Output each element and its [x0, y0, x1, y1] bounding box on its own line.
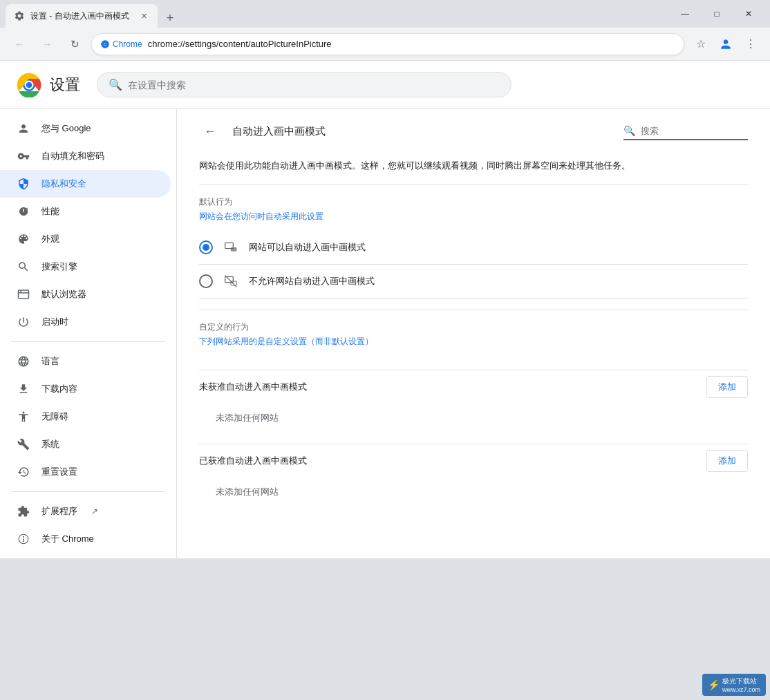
sidebar-item-extensions[interactable]: 扩展程序 ↗ [0, 498, 171, 525]
gauge-icon [17, 205, 30, 218]
radio-allow-button[interactable] [199, 240, 213, 254]
maximize-button[interactable]: □ [701, 3, 733, 25]
pip-block-icon [224, 274, 238, 288]
settings-search: 🔍 [97, 72, 511, 97]
history-icon [17, 465, 30, 479]
wrench-icon [17, 437, 30, 451]
radio-allow-label: 网站可以自动进入画中画模式 [249, 241, 366, 254]
search-engine-icon [17, 260, 30, 274]
allowed-empty: 未添加任何网站 [199, 477, 748, 507]
globe-icon [17, 354, 30, 368]
forward-button[interactable]: → [36, 33, 58, 55]
sidebar-item-reset[interactable]: 重置设置 [0, 458, 171, 486]
allowed-header: 已获准自动进入画中画模式 添加 [199, 450, 748, 472]
minimize-button[interactable]: — [669, 3, 701, 25]
person-icon [17, 122, 30, 135]
watermark: ⚡ 极光下载站 www.xz7.com [702, 674, 766, 696]
key-icon [17, 149, 30, 163]
url-text: chrome://settings/content/autoPictureInP… [148, 39, 332, 49]
sidebar-item-privacy[interactable]: 隐私和安全 [0, 170, 171, 198]
sidebar-item-autofill[interactable]: 自动填充和密码 [0, 142, 171, 170]
sidebar-item-startup[interactable]: 启动时 [0, 308, 171, 336]
radio-block-label: 不允许网站自动进入画中画模式 [249, 275, 375, 287]
sidebar-separator-2 [11, 491, 165, 492]
add-allowed-button[interactable]: 添加 [706, 450, 748, 472]
back-to-privacy-button[interactable]: ← [199, 120, 221, 142]
pip-allow-icon [224, 240, 238, 254]
chrome-label: Chrome [113, 39, 142, 49]
sidebar-item-performance[interactable]: 性能 [0, 198, 171, 225]
sidebar-item-default-browser[interactable]: 默认浏览器 [0, 281, 171, 308]
allowed-section: 已获准自动进入画中画模式 添加 未添加任何网站 [177, 444, 770, 518]
sidebar-label: 启动时 [41, 316, 68, 328]
bookmark-button[interactable]: ☆ [690, 33, 712, 55]
svg-rect-11 [23, 538, 24, 542]
page-search: 🔍 [623, 122, 748, 140]
main-panel: ← 自动进入画中画模式 🔍 网站会使用此功能自动进入画中画模式。这样，您就可以继… [177, 109, 770, 558]
sidebar-item-search-engine[interactable]: 搜索引擎 [0, 253, 171, 281]
settings-search-input[interactable] [128, 79, 500, 91]
lock-icon: C [100, 39, 110, 49]
address-bar: ← → ↻ C Chrome chrome://settings/content… [0, 28, 770, 61]
sidebar-item-accessibility[interactable]: 无障碍 [0, 403, 171, 431]
custom-behavior-section: 自定义的行为 下列网站采用的是自定义设置（而非默认设置） [177, 310, 770, 370]
sidebar-label: 下载内容 [41, 383, 77, 395]
settings-wrapper: 设置 🔍 您与 Google [0, 61, 770, 558]
add-not-allowed-button[interactable]: 添加 [706, 376, 748, 398]
sidebar-label: 无障碍 [41, 410, 68, 423]
allowed-title: 已获准自动进入画中画模式 [199, 455, 307, 467]
page-header: ← 自动进入画中画模式 🔍 [177, 109, 770, 153]
sidebar-item-language[interactable]: 语言 [0, 348, 171, 375]
default-behavior-section: 默认行为 网站会在您访问时自动采用此设置 网站可以自动进入画中画模式 [177, 185, 770, 310]
default-behavior-title: 默认行为 [199, 196, 748, 208]
sidebar-item-system[interactable]: 系统 [0, 431, 171, 458]
tab-title: 设置 - 自动进入画中画模式 [30, 10, 133, 22]
sidebar-label: 性能 [41, 205, 59, 218]
active-tab[interactable]: 设置 - 自动进入画中画模式 ✕ [6, 4, 158, 28]
page-search-wrap: 🔍 [623, 122, 748, 140]
not-allowed-header: 未获准自动进入画中画模式 添加 [199, 376, 748, 398]
profile-button[interactable] [715, 33, 737, 55]
url-bar[interactable]: C Chrome chrome://settings/content/autoP… [91, 33, 684, 55]
settings-logo: 设置 [17, 73, 80, 97]
sidebar-separator [11, 341, 165, 342]
back-button[interactable]: ← [8, 33, 30, 55]
svg-text:C: C [104, 42, 106, 46]
close-button[interactable]: ✕ [733, 3, 764, 25]
tab-close-button[interactable]: ✕ [138, 10, 149, 21]
new-tab-button[interactable]: + [160, 8, 180, 28]
description-text: 网站会使用此功能自动进入画中画模式。这样，您就可以继续观看视频，同时腾出屏幕空间… [177, 153, 770, 185]
sidebar-label: 系统 [41, 438, 59, 451]
settings-title: 设置 [50, 75, 80, 95]
sidebar-label: 语言 [41, 355, 59, 368]
external-link-icon: ↗ [91, 507, 98, 516]
power-icon [17, 315, 30, 329]
watermark-icon: ⚡ [708, 679, 720, 690]
window-controls: — □ ✕ [669, 3, 764, 28]
tab-icon [14, 10, 25, 21]
svg-point-10 [23, 536, 24, 538]
default-behavior-subtitle: 网站会在您访问时自动采用此设置 [199, 211, 748, 223]
sidebar-item-downloads[interactable]: 下载内容 [0, 375, 171, 403]
not-allowed-title: 未获准自动进入画中画模式 [199, 381, 307, 393]
radio-block-button[interactable] [199, 274, 213, 288]
sidebar-item-about[interactable]: 关于 Chrome [0, 525, 171, 553]
shield-icon [17, 177, 30, 191]
sidebar-item-google-account[interactable]: 您与 Google [0, 115, 171, 142]
palette-icon [17, 232, 30, 246]
page-search-input[interactable] [641, 126, 738, 136]
radio-option-block[interactable]: 不允许网站自动进入画中画模式 [199, 265, 748, 299]
sidebar-item-appearance[interactable]: 外观 [0, 225, 171, 253]
settings-body: 您与 Google 自动填充和密码 隐私和安全 [0, 109, 770, 558]
reload-button[interactable]: ↻ [64, 33, 86, 55]
title-bar: 设置 - 自动进入画中画模式 ✕ + — □ ✕ [0, 0, 770, 28]
watermark-text: 极光下载站 www.xz7.com [722, 677, 760, 693]
radio-option-allow[interactable]: 网站可以自动进入画中画模式 [199, 231, 748, 265]
sidebar-label: 扩展程序 [41, 505, 77, 518]
menu-button[interactable]: ⋮ [740, 33, 762, 55]
tab-bar: 设置 - 自动进入画中画模式 ✕ + [6, 4, 669, 28]
page-title: 自动进入画中画模式 [232, 125, 326, 138]
accessibility-icon [17, 410, 30, 424]
chrome-about-icon [17, 532, 30, 546]
sidebar-label: 搜索引擎 [41, 261, 77, 273]
